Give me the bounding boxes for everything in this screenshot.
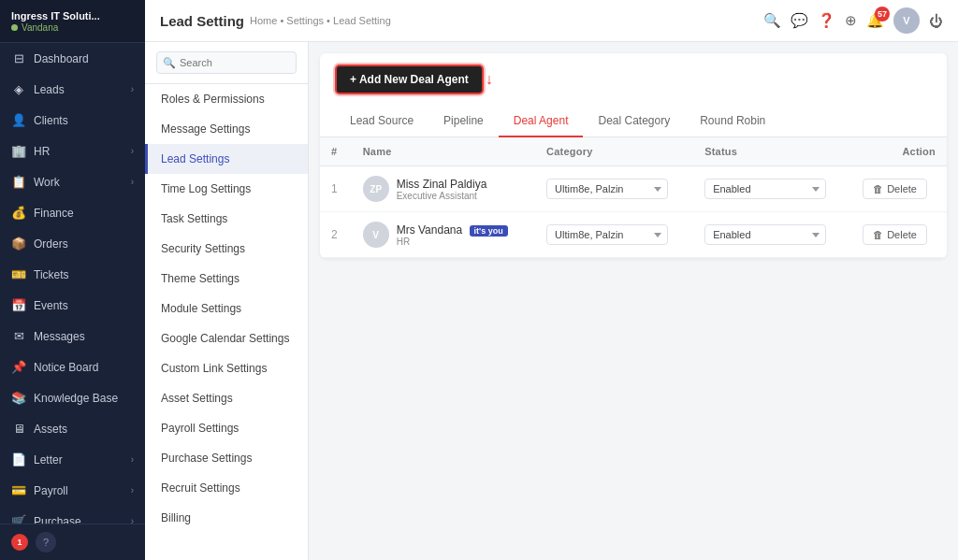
content-area: 🔍 Roles & Permissions Message Settings L… bbox=[145, 42, 958, 560]
username-label: Vandana bbox=[22, 22, 58, 33]
row1-delete-button[interactable]: 🗑 Delete bbox=[863, 179, 927, 199]
sidebar-item-tickets[interactable]: 🎫 Tickets bbox=[0, 259, 145, 290]
you-badge: it's you bbox=[470, 225, 508, 237]
tab-lead-source[interactable]: Lead Source bbox=[335, 106, 428, 137]
row1-category-select[interactable]: Ultim8e, Palzin bbox=[546, 179, 668, 199]
deal-agent-table: # Name Category Status Action 1 bbox=[320, 137, 947, 258]
sidebar-item-clients[interactable]: 👤 Clients bbox=[0, 105, 145, 136]
avatar-initials: V bbox=[903, 15, 909, 26]
chevron-right-icon-purchase: › bbox=[131, 516, 134, 524]
tab-pipeline[interactable]: Pipeline bbox=[428, 106, 499, 137]
panel-inner: + Add New Deal Agent ↓ Lead Source Pipel… bbox=[320, 53, 947, 258]
sidebar-item-dashboard[interactable]: ⊟ Dashboard bbox=[0, 43, 145, 74]
sidebar-item-hr[interactable]: 🏢 HR › bbox=[0, 136, 145, 166]
user-status-dot bbox=[11, 24, 18, 31]
row1-status-cell: Enabled Disabled bbox=[693, 166, 851, 212]
table-row: 1 ZP Miss Zinal Paldiya Executive Assist… bbox=[320, 166, 947, 212]
row1-status-select[interactable]: Enabled Disabled bbox=[704, 179, 826, 199]
row1-action-cell: 🗑 Delete bbox=[851, 166, 947, 212]
breadcrumb: Home • Settings • Lead Setting bbox=[250, 15, 391, 26]
row2-status-cell: Enabled Disabled bbox=[693, 212, 851, 258]
sidebar-item-work[interactable]: 📋 Work › bbox=[0, 166, 145, 197]
leads-icon: ◈ bbox=[11, 82, 26, 96]
settings-nav-item-message[interactable]: Message Settings bbox=[145, 114, 308, 144]
row2-category-cell: Ultim8e, Palzin bbox=[535, 212, 693, 258]
notification-icon[interactable]: 🔔 57 bbox=[866, 12, 884, 29]
settings-nav-item-asset[interactable]: Asset Settings bbox=[145, 383, 308, 413]
col-header-category: Category bbox=[535, 137, 693, 166]
settings-nav-item-timelog[interactable]: Time Log Settings bbox=[145, 174, 308, 204]
finance-icon: 💰 bbox=[11, 206, 26, 220]
settings-nav-item-recruit[interactable]: Recruit Settings bbox=[145, 473, 308, 503]
chat-icon[interactable]: 💬 bbox=[791, 12, 808, 29]
chevron-right-icon-letter: › bbox=[131, 454, 134, 465]
settings-nav-item-theme[interactable]: Theme Settings bbox=[145, 264, 308, 294]
agent2-avatar: V bbox=[363, 222, 389, 248]
payroll-icon: 💳 bbox=[11, 483, 26, 497]
sidebar-item-messages[interactable]: ✉ Messages bbox=[0, 321, 145, 352]
sidebar-label-work: Work bbox=[34, 176, 60, 189]
row2-status-select[interactable]: Enabled Disabled bbox=[704, 224, 826, 245]
sidebar-label-letter: Letter bbox=[34, 453, 63, 467]
search-icon[interactable]: 🔍 bbox=[763, 12, 781, 29]
sidebar-label-events: Events bbox=[34, 299, 68, 312]
row2-num: 2 bbox=[320, 212, 352, 258]
settings-nav-item-lead-settings[interactable]: Lead Settings bbox=[145, 144, 308, 174]
settings-nav-item-security[interactable]: Security Settings bbox=[145, 234, 308, 264]
sidebar-item-assets[interactable]: 🖥 Assets bbox=[0, 413, 145, 444]
sidebar-item-orders[interactable]: 📦 Orders bbox=[0, 228, 145, 259]
sidebar-label-orders: Orders bbox=[34, 237, 68, 251]
purchase-icon: 🛒 bbox=[11, 514, 26, 524]
sidebar-item-knowledge-base[interactable]: 📚 Knowledge Base bbox=[0, 382, 145, 413]
sidebar-item-finance[interactable]: 💰 Finance bbox=[0, 197, 145, 228]
row2-category-select[interactable]: Ultim8e, Palzin bbox=[546, 224, 668, 245]
settings-nav-item-custom-link[interactable]: Custom Link Settings bbox=[145, 353, 308, 383]
add-icon[interactable]: ⊕ bbox=[845, 12, 857, 29]
sidebar-nav: ⊟ Dashboard ◈ Leads › 👤 Clients 🏢 HR › bbox=[0, 43, 145, 524]
topbar-left: Lead Setting Home • Settings • Lead Sett… bbox=[160, 13, 391, 29]
settings-search-input[interactable] bbox=[156, 51, 297, 74]
sidebar-item-leads[interactable]: ◈ Leads › bbox=[0, 74, 145, 105]
tab-round-robin[interactable]: Round Robin bbox=[685, 106, 780, 137]
chevron-right-icon: › bbox=[131, 84, 134, 94]
search-input-icon: 🔍 bbox=[163, 57, 176, 69]
settings-nav-item-roles[interactable]: Roles & Permissions bbox=[145, 84, 308, 114]
agent2-info: Mrs Vandana it's you HR bbox=[397, 223, 508, 247]
table-row: 2 V Mrs Vandana it's you bbox=[320, 212, 947, 258]
chevron-right-icon-payroll: › bbox=[131, 485, 134, 495]
settings-nav-item-google-cal[interactable]: Google Calendar Settings bbox=[145, 323, 308, 353]
sidebar-item-notice-board[interactable]: 📌 Notice Board bbox=[0, 352, 145, 382]
settings-nav-item-module[interactable]: Module Settings bbox=[145, 294, 308, 323]
row2-action-cell: 🗑 Delete bbox=[851, 212, 947, 258]
sidebar-item-purchase[interactable]: 🛒 Purchase › bbox=[0, 506, 145, 524]
sidebar-item-letter[interactable]: 📄 Letter › bbox=[0, 444, 145, 475]
row1-category-cell: Ultim8e, Palzin bbox=[535, 166, 693, 212]
help-button[interactable]: ? bbox=[36, 532, 56, 553]
sidebar-item-events[interactable]: 📅 Events bbox=[0, 290, 145, 321]
tab-deal-category[interactable]: Deal Category bbox=[583, 106, 685, 137]
page-title: Lead Setting bbox=[160, 13, 244, 29]
delete-label-2: Delete bbox=[887, 229, 917, 240]
agent1-role: Executive Assistant bbox=[397, 191, 487, 201]
work-icon: 📋 bbox=[11, 175, 26, 189]
settings-nav-item-task[interactable]: Task Settings bbox=[145, 204, 308, 234]
tab-deal-agent[interactable]: Deal Agent bbox=[499, 106, 584, 137]
tabs-bar: Lead Source Pipeline Deal Agent Deal Cat… bbox=[320, 106, 947, 137]
help-icon[interactable]: ❓ bbox=[818, 12, 835, 29]
row2-name-cell: V Mrs Vandana it's you HR bbox=[352, 212, 535, 258]
events-icon: 📅 bbox=[11, 298, 26, 312]
trash-icon-2: 🗑 bbox=[873, 229, 883, 240]
user-avatar[interactable]: V bbox=[893, 7, 920, 34]
settings-nav-item-payroll[interactable]: Payroll Settings bbox=[145, 413, 308, 443]
settings-nav-item-billing[interactable]: Billing bbox=[145, 503, 308, 533]
sidebar-item-payroll[interactable]: 💳 Payroll › bbox=[0, 475, 145, 506]
add-new-deal-agent-button[interactable]: + Add New Deal Agent bbox=[335, 65, 484, 94]
settings-nav-item-purchase-settings[interactable]: Purchase Settings bbox=[145, 443, 308, 473]
add-btn-label: + Add New Deal Agent bbox=[350, 73, 469, 86]
notification-badge: 57 bbox=[875, 7, 890, 22]
clients-icon: 👤 bbox=[11, 113, 26, 127]
agent1-info: Miss Zinal Paldiya Executive Assistant bbox=[397, 178, 487, 201]
power-icon[interactable]: ⏻ bbox=[929, 13, 943, 29]
row2-delete-button[interactable]: 🗑 Delete bbox=[863, 224, 927, 245]
sidebar-label-hr: HR bbox=[34, 145, 50, 158]
